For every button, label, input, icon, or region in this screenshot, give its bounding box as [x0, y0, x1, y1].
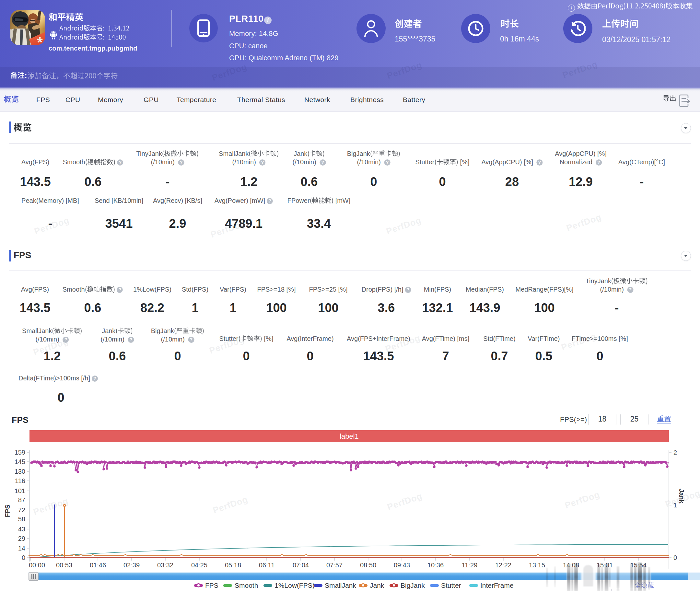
svg-text:13:15: 13:15 [529, 562, 545, 569]
svg-text:14: 14 [18, 545, 25, 552]
svg-text:43: 43 [18, 526, 25, 533]
svg-text:72: 72 [18, 507, 25, 514]
svg-text:159: 159 [15, 449, 25, 456]
svg-text:00:00: 00:00 [29, 562, 45, 569]
svg-text:145: 145 [15, 458, 25, 465]
svg-text:10:36: 10:36 [428, 562, 444, 569]
svg-text:116: 116 [15, 477, 25, 484]
svg-text:130: 130 [15, 468, 25, 475]
svg-text:02:39: 02:39 [123, 562, 140, 569]
svg-text:2: 2 [674, 449, 677, 456]
svg-text:09:43: 09:43 [394, 562, 410, 569]
svg-text:0: 0 [22, 554, 25, 561]
svg-text:0: 0 [674, 554, 677, 561]
svg-text:07:04: 07:04 [293, 562, 309, 569]
svg-text:12:22: 12:22 [495, 562, 511, 569]
svg-text:00:53: 00:53 [56, 562, 72, 569]
svg-text:FPS: FPS [4, 505, 11, 517]
svg-text:87: 87 [18, 497, 25, 504]
svg-text:04:25: 04:25 [191, 562, 207, 569]
svg-text:06:11: 06:11 [259, 562, 275, 569]
svg-text:101: 101 [15, 487, 25, 495]
svg-text:07:57: 07:57 [326, 562, 342, 569]
svg-text:05:18: 05:18 [225, 562, 241, 569]
svg-text:03:32: 03:32 [157, 562, 173, 569]
svg-text:08:50: 08:50 [360, 562, 376, 569]
svg-text:01:46: 01:46 [90, 562, 106, 569]
svg-text:58: 58 [18, 516, 25, 523]
svg-text:29: 29 [18, 535, 25, 542]
svg-text:11:29: 11:29 [462, 562, 478, 569]
